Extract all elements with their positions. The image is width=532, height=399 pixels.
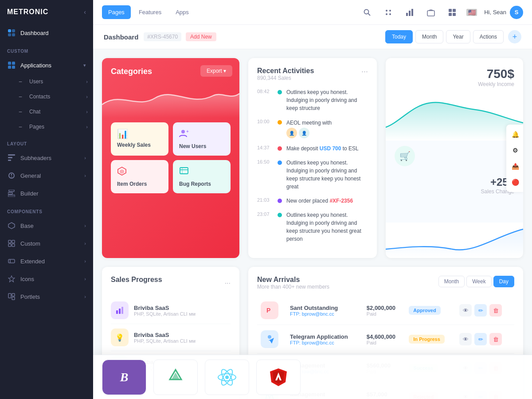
extended-chevron-icon: › — [84, 258, 86, 264]
today-button[interactable]: Today — [385, 30, 413, 43]
svg-rect-24 — [8, 293, 11, 298]
activity-item: 14:37 Make deposit USD 700 to ESL — [257, 145, 368, 153]
act-time: 14:37 — [257, 145, 273, 150]
activity-item: 21:03 New order placed #XF-2356 — [257, 197, 368, 205]
sidebar-item-pages[interactable]: – Pages › — [16, 119, 93, 134]
svg-rect-0 — [8, 29, 11, 32]
extended-icon — [7, 257, 16, 266]
svg-rect-5 — [12, 62, 15, 65]
sidebar-item-portlets[interactable]: Portlets › — [0, 288, 93, 305]
apps-grid-icon[interactable] — [381, 5, 395, 20]
actions-button[interactable]: Actions — [473, 30, 504, 43]
category-new-users[interactable]: + New Users — [173, 122, 231, 156]
category-item-orders[interactable]: Item Orders — [111, 160, 168, 193]
edit-button[interactable]: ✏ — [474, 333, 487, 345]
sales-item-sub: PHP, SQLite, Artisan CLI мм — [134, 338, 196, 344]
svg-rect-10 — [8, 160, 11, 161]
sidebar-item-builder[interactable]: Builder — [0, 184, 93, 202]
svg-rect-38 — [453, 9, 456, 12]
portlets-chevron-icon: › — [84, 294, 86, 299]
svg-rect-49 — [121, 307, 123, 314]
view-button[interactable]: 👁 — [459, 333, 472, 345]
base-icon — [7, 221, 16, 230]
sidebar-contacts-label: Contacts — [29, 94, 50, 100]
arrivals-paid: Paid — [367, 311, 402, 317]
arrivals-item-icon: P — [261, 301, 278, 319]
sidebar-item-general[interactable]: General › — [0, 167, 93, 184]
sidebar-item-extended[interactable]: Extended › — [0, 252, 93, 270]
language-flag[interactable]: 🇺🇸 — [466, 9, 477, 16]
act-text: Outlines keep you honest. Indulging in p… — [286, 88, 368, 112]
tab-month[interactable]: Month — [438, 276, 465, 287]
sales-progress-item: Briviba SaaS PHP, SQLite, Artisan CLI мм — [111, 297, 231, 324]
react-framework[interactable] — [205, 360, 249, 395]
tab-week[interactable]: Week — [466, 276, 491, 287]
angular-framework[interactable] — [256, 360, 301, 395]
activities-menu-icon[interactable]: ··· — [361, 67, 368, 76]
tab-features[interactable]: Features — [133, 5, 168, 19]
svg-rect-1 — [12, 29, 15, 32]
svg-rect-35 — [411, 9, 413, 16]
sidebar-item-icons[interactable]: Icons › — [0, 270, 93, 288]
sidebar-logo: METRONIC ‹ — [0, 0, 93, 24]
sidebar-item-chat[interactable]: – Chat › — [16, 104, 93, 119]
edit-button[interactable]: ✏ — [474, 304, 487, 317]
delete-button[interactable]: 🗑 — [489, 333, 502, 345]
tab-day[interactable]: Day — [493, 276, 514, 287]
year-button[interactable]: Year — [446, 30, 470, 43]
sidebar-dashboard-label: Dashboard — [20, 30, 49, 36]
arrivals-sub: More than 400+ new members — [257, 284, 329, 290]
sidebar-item-applications[interactable]: Applications ▾ — [0, 56, 93, 74]
vue-framework[interactable] — [153, 360, 198, 395]
act-avatars: 👤 👤 — [286, 128, 332, 138]
store-icon[interactable] — [424, 5, 438, 20]
sidebar-item-subheaders[interactable]: Subheaders › — [0, 149, 93, 167]
arrivals-tabs: Month Week Day — [438, 276, 514, 287]
sidebar-collapse-icon[interactable]: ‹ — [84, 8, 86, 16]
svg-rect-40 — [453, 13, 456, 16]
activity-item: 10:00 AEOL meeting with 👤 👤 — [257, 118, 368, 138]
user-avatar[interactable]: S — [510, 6, 523, 19]
bug-reports-icon — [179, 166, 224, 178]
sidebar-item-contacts[interactable]: – Contacts › — [16, 89, 93, 104]
notification-icon[interactable]: 🔔 — [509, 128, 521, 141]
arrivals-item-ftp: FTP: bprow@bnc.cc — [290, 340, 360, 345]
delete-button[interactable]: 🗑 — [489, 304, 502, 317]
sidebar-applications-label: Applications — [20, 62, 51, 69]
user-menu[interactable]: Hi, Sean S — [484, 6, 523, 19]
sales-progress-menu-icon[interactable]: ··· — [225, 279, 231, 287]
general-icon — [7, 171, 16, 180]
applications-chevron-icon: ▾ — [83, 63, 86, 68]
add-widget-button[interactable]: + — [508, 30, 521, 43]
act-dot-icon — [278, 213, 282, 217]
tab-apps[interactable]: Apps — [169, 5, 195, 19]
user-greeting: Hi, Sean — [484, 9, 506, 16]
category-weekly-sales[interactable]: 📊 Weekly Sales — [111, 122, 168, 156]
chart-icon[interactable] — [403, 5, 417, 20]
svg-rect-2 — [8, 33, 11, 36]
search-icon[interactable] — [360, 5, 374, 20]
ftp-label: FTP: — [290, 340, 301, 345]
view-button[interactable]: 👁 — [459, 304, 472, 317]
svg-point-30 — [389, 10, 391, 12]
settings-icon[interactable]: ⚙ — [509, 144, 521, 156]
sidebar-item-dashboard[interactable]: Dashboard — [0, 24, 93, 42]
item-orders-icon — [117, 166, 162, 178]
export-button[interactable]: Export ▾ — [200, 65, 232, 77]
month-button[interactable]: Month — [415, 30, 443, 43]
add-new-button[interactable]: Add New — [186, 32, 216, 41]
menu-grid-icon[interactable] — [445, 5, 459, 20]
sidebar-item-base[interactable]: Base › — [0, 217, 93, 235]
category-bug-reports[interactable]: Bug Reports — [173, 160, 231, 193]
share-icon[interactable]: 📤 — [509, 160, 521, 172]
sales-item-icon: 💡 — [111, 329, 129, 346]
recent-activities-card: Recent Activities 890,344 Sales ··· 08:4… — [248, 58, 377, 258]
sales-item-info: Briviba SaaS PHP, SQLite, Artisan CLI мм — [134, 332, 196, 344]
tab-pages[interactable]: Pages — [102, 5, 131, 19]
icons-chevron-icon: › — [84, 276, 86, 282]
bootstrap-framework[interactable]: B — [102, 360, 146, 395]
sidebar-item-custom[interactable]: Custom › — [0, 235, 93, 252]
sidebar-item-users[interactable]: – Users › — [16, 74, 93, 89]
alert-icon[interactable]: 🔴 — [509, 176, 521, 188]
bug-reports-label: Bug Reports — [179, 181, 224, 187]
